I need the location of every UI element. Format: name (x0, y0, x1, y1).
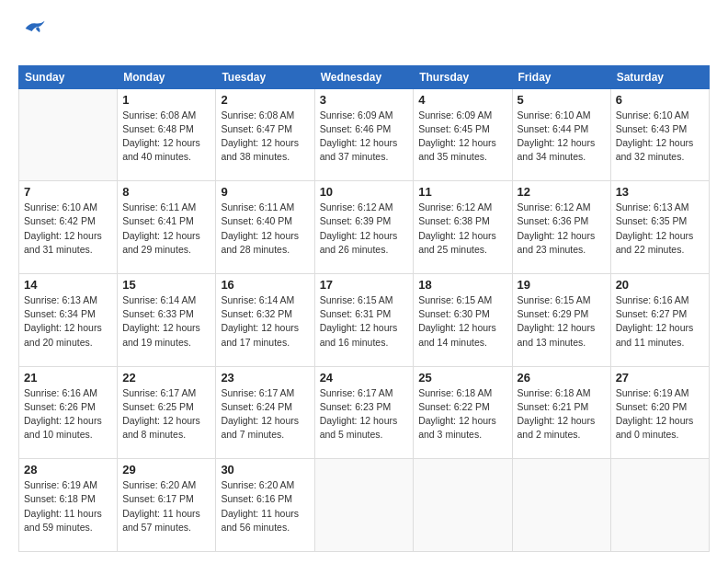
day-info: Sunrise: 6:15 AM Sunset: 6:30 PM Dayligh… (418, 293, 506, 350)
day-number: 13 (616, 185, 704, 199)
day-number: 22 (122, 371, 210, 385)
weekday-header-cell: Saturday (610, 65, 709, 88)
day-number: 27 (616, 371, 704, 385)
calendar-cell: 5Sunrise: 6:10 AM Sunset: 6:44 PM Daylig… (512, 88, 610, 181)
calendar-week-row: 1Sunrise: 6:08 AM Sunset: 6:48 PM Daylig… (19, 88, 710, 181)
calendar-cell (512, 459, 610, 552)
day-info: Sunrise: 6:13 AM Sunset: 6:35 PM Dayligh… (616, 201, 704, 257)
calendar-cell: 21Sunrise: 6:16 AM Sunset: 6:26 PM Dayli… (19, 366, 118, 459)
weekday-header-cell: Wednesday (314, 65, 414, 88)
logo-icon (20, 17, 46, 37)
calendar-cell: 17Sunrise: 6:15 AM Sunset: 6:31 PM Dayli… (314, 273, 414, 366)
calendar-cell: 22Sunrise: 6:17 AM Sunset: 6:25 PM Dayli… (118, 366, 216, 459)
day-info: Sunrise: 6:18 AM Sunset: 6:21 PM Dayligh… (518, 386, 606, 442)
weekday-header-row: SundayMondayTuesdayWednesdayThursdayFrid… (19, 65, 710, 88)
day-info: Sunrise: 6:19 AM Sunset: 6:18 PM Dayligh… (24, 478, 112, 534)
calendar-cell: 15Sunrise: 6:14 AM Sunset: 6:33 PM Dayli… (118, 273, 216, 366)
day-info: Sunrise: 6:10 AM Sunset: 6:43 PM Dayligh… (616, 109, 704, 165)
day-info: Sunrise: 6:19 AM Sunset: 6:20 PM Dayligh… (616, 386, 704, 442)
weekday-header-cell: Monday (118, 65, 216, 88)
calendar-cell: 28Sunrise: 6:19 AM Sunset: 6:18 PM Dayli… (19, 459, 118, 552)
calendar-cell: 26Sunrise: 6:18 AM Sunset: 6:21 PM Dayli… (512, 366, 610, 459)
calendar-cell: 12Sunrise: 6:12 AM Sunset: 6:36 PM Dayli… (512, 181, 610, 274)
weekday-header-cell: Tuesday (216, 65, 314, 88)
day-number: 15 (122, 278, 210, 292)
calendar-cell: 11Sunrise: 6:12 AM Sunset: 6:38 PM Dayli… (414, 181, 512, 274)
calendar-cell: 1Sunrise: 6:08 AM Sunset: 6:48 PM Daylig… (118, 88, 216, 181)
day-number: 14 (24, 278, 112, 292)
calendar-cell: 9Sunrise: 6:11 AM Sunset: 6:40 PM Daylig… (216, 181, 314, 274)
day-info: Sunrise: 6:17 AM Sunset: 6:25 PM Dayligh… (122, 386, 210, 442)
day-number: 16 (221, 278, 309, 292)
weekday-header-cell: Friday (512, 65, 610, 88)
logo-text (18, 40, 46, 56)
day-info: Sunrise: 6:08 AM Sunset: 6:48 PM Dayligh… (122, 109, 210, 165)
calendar-cell: 4Sunrise: 6:09 AM Sunset: 6:45 PM Daylig… (414, 88, 512, 181)
day-info: Sunrise: 6:13 AM Sunset: 6:34 PM Dayligh… (24, 293, 112, 350)
calendar-cell: 27Sunrise: 6:19 AM Sunset: 6:20 PM Dayli… (610, 366, 709, 459)
calendar-cell: 16Sunrise: 6:14 AM Sunset: 6:32 PM Dayli… (216, 273, 314, 366)
calendar-cell: 30Sunrise: 6:20 AM Sunset: 6:16 PM Dayli… (216, 459, 314, 552)
calendar-week-row: 28Sunrise: 6:19 AM Sunset: 6:18 PM Dayli… (19, 459, 710, 552)
day-number: 28 (24, 463, 112, 477)
calendar-cell: 8Sunrise: 6:11 AM Sunset: 6:41 PM Daylig… (118, 181, 216, 274)
calendar-cell: 14Sunrise: 6:13 AM Sunset: 6:34 PM Dayli… (19, 273, 118, 366)
day-number: 29 (122, 463, 210, 477)
day-number: 18 (418, 278, 506, 292)
calendar-cell (610, 459, 709, 552)
calendar-week-row: 7Sunrise: 6:10 AM Sunset: 6:42 PM Daylig… (19, 181, 710, 274)
calendar-cell: 13Sunrise: 6:13 AM Sunset: 6:35 PM Dayli… (610, 181, 709, 274)
weekday-header-cell: Thursday (414, 65, 512, 88)
calendar-cell: 6Sunrise: 6:10 AM Sunset: 6:43 PM Daylig… (610, 88, 709, 181)
calendar-cell: 20Sunrise: 6:16 AM Sunset: 6:27 PM Dayli… (610, 273, 709, 366)
day-number: 11 (418, 185, 506, 199)
day-info: Sunrise: 6:20 AM Sunset: 6:16 PM Dayligh… (221, 478, 309, 534)
day-number: 21 (24, 371, 112, 385)
calendar-cell: 29Sunrise: 6:20 AM Sunset: 6:17 PM Dayli… (118, 459, 216, 552)
day-info: Sunrise: 6:10 AM Sunset: 6:44 PM Dayligh… (518, 109, 606, 165)
calendar-week-row: 21Sunrise: 6:16 AM Sunset: 6:26 PM Dayli… (19, 366, 710, 459)
day-number: 2 (221, 93, 309, 107)
day-number: 25 (418, 371, 506, 385)
day-info: Sunrise: 6:17 AM Sunset: 6:24 PM Dayligh… (221, 386, 309, 442)
day-info: Sunrise: 6:16 AM Sunset: 6:26 PM Dayligh… (24, 386, 112, 442)
calendar-cell (414, 459, 512, 552)
day-number: 19 (518, 278, 606, 292)
day-number: 1 (122, 93, 210, 107)
day-number: 5 (518, 93, 606, 107)
day-number: 30 (221, 463, 309, 477)
day-number: 20 (616, 278, 704, 292)
calendar-cell: 23Sunrise: 6:17 AM Sunset: 6:24 PM Dayli… (216, 366, 314, 459)
day-number: 8 (122, 185, 210, 199)
day-info: Sunrise: 6:17 AM Sunset: 6:23 PM Dayligh… (320, 386, 409, 442)
day-number: 9 (221, 185, 309, 199)
day-info: Sunrise: 6:12 AM Sunset: 6:38 PM Dayligh… (418, 201, 506, 257)
weekday-header-cell: Sunday (19, 65, 118, 88)
calendar-cell: 19Sunrise: 6:15 AM Sunset: 6:29 PM Dayli… (512, 273, 610, 366)
day-info: Sunrise: 6:08 AM Sunset: 6:47 PM Dayligh… (221, 109, 309, 165)
calendar-table: SundayMondayTuesdayWednesdayThursdayFrid… (18, 65, 710, 553)
day-number: 7 (24, 185, 112, 199)
calendar-cell: 18Sunrise: 6:15 AM Sunset: 6:30 PM Dayli… (414, 273, 512, 366)
calendar-week-row: 14Sunrise: 6:13 AM Sunset: 6:34 PM Dayli… (19, 273, 710, 366)
day-number: 4 (418, 93, 506, 107)
day-number: 3 (320, 93, 409, 107)
calendar-cell: 2Sunrise: 6:08 AM Sunset: 6:47 PM Daylig… (216, 88, 314, 181)
day-info: Sunrise: 6:16 AM Sunset: 6:27 PM Dayligh… (616, 293, 704, 350)
day-number: 23 (221, 371, 309, 385)
day-number: 12 (518, 185, 606, 199)
day-number: 24 (320, 371, 409, 385)
day-info: Sunrise: 6:09 AM Sunset: 6:45 PM Dayligh… (418, 109, 506, 165)
day-info: Sunrise: 6:11 AM Sunset: 6:40 PM Dayligh… (221, 201, 309, 257)
calendar-cell: 10Sunrise: 6:12 AM Sunset: 6:39 PM Dayli… (314, 181, 414, 274)
header (18, 17, 710, 56)
day-number: 17 (320, 278, 409, 292)
day-info: Sunrise: 6:15 AM Sunset: 6:31 PM Dayligh… (320, 293, 409, 350)
day-info: Sunrise: 6:12 AM Sunset: 6:36 PM Dayligh… (518, 201, 606, 257)
day-info: Sunrise: 6:09 AM Sunset: 6:46 PM Dayligh… (320, 109, 409, 165)
day-info: Sunrise: 6:15 AM Sunset: 6:29 PM Dayligh… (518, 293, 606, 350)
day-info: Sunrise: 6:14 AM Sunset: 6:33 PM Dayligh… (122, 293, 210, 350)
day-info: Sunrise: 6:20 AM Sunset: 6:17 PM Dayligh… (122, 478, 210, 534)
day-number: 10 (320, 185, 409, 199)
day-number: 6 (616, 93, 704, 107)
